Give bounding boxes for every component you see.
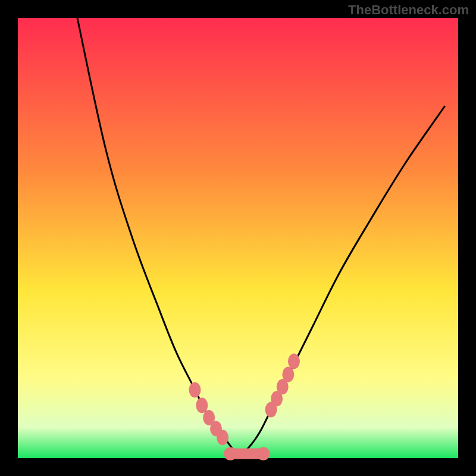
curve-marker — [189, 382, 201, 397]
curve-marker — [256, 447, 270, 461]
chart-svg — [0, 0, 476, 476]
chart-container: TheBottleneck.com — [0, 0, 476, 476]
curve-marker — [224, 447, 237, 461]
curve-marker — [282, 367, 294, 382]
curve-marker — [217, 430, 228, 445]
curve-marker — [196, 397, 208, 413]
chart-background — [18, 18, 458, 458]
watermark-text: TheBottleneck.com — [348, 2, 469, 18]
curve-marker — [288, 353, 300, 369]
